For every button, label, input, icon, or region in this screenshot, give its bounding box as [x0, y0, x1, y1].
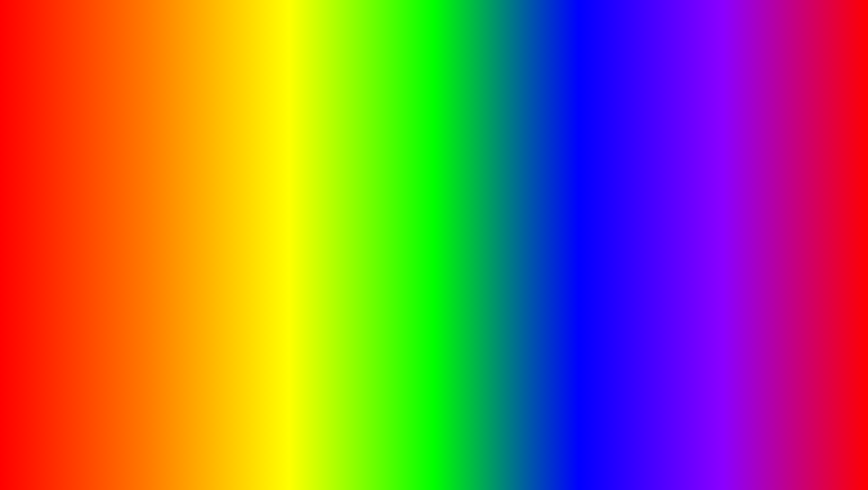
bring-mob-item: ✓ Bring Mob: [701, 219, 810, 227]
fast-attack-fluxus-right-label: Fast Attack [ Fluxus ]: [701, 177, 743, 182]
gui-left-logo: M: [54, 151, 62, 159]
gui-left-section-title: Main Page 1: [54, 165, 133, 170]
gui-item-auto-farm-prince: Auto Farm Prince: [54, 220, 133, 228]
gui-left-brand: MeMayBeo: [67, 152, 93, 158]
no-key-label: NO KEY !!: [550, 128, 711, 165]
gui-item-auto-farm-boss: Auto Farm Boss: [54, 209, 133, 216]
auto-awakening-label: Auto Awakening Race V4: [147, 221, 198, 226]
auto-prince-label: Auto Prince: [585, 176, 608, 181]
gui-left-nav-main[interactable]: Main: [100, 152, 111, 158]
title-letter-r: R: [455, 10, 501, 76]
auto-awakening-race-right-label: Auto Awakening Race V4: [701, 200, 752, 205]
auto-awakening-race-right-item: Auto Awakening Race V4: [701, 199, 810, 207]
gui-left-left-panel: Main Page 1 Auto Farm LV Auto Farm Boss …: [50, 161, 137, 290]
auto-farm-bone-item: Auto Farm Bone: [585, 219, 693, 227]
bottom-section: AUTO FARM SCRIPT PASTEBIN: [0, 432, 868, 481]
fast-attack-label: Fast Attack: [140, 193, 162, 198]
fast-attack-fluxus-label: Fast Attack [ Fluxus ]: [147, 201, 189, 206]
main-title: BLOX FRUITS: [0, 9, 868, 76]
auto-trade-bone-item: Auto Trade Bone: [585, 229, 693, 236]
title-letter-l: L: [265, 10, 304, 76]
pastebin-text: PASTEBIN: [550, 440, 696, 473]
title-letter-f: F: [416, 10, 455, 76]
bring-mob-label: Bring Mob: [707, 221, 728, 226]
bf-logo-fruits: FRUITS: [749, 447, 801, 463]
weapon-select-label: Weapon Select : Electric Claw: [140, 165, 238, 169]
gui-left-content: Main Page 1 Auto Farm LV Auto Farm Boss …: [50, 161, 242, 290]
auto-farm-boss-label: Auto Farm Boss: [54, 210, 86, 215]
blox-fruits-logo: BLOX FRUITS ☠: [741, 423, 810, 479]
auto-farm-prince-label: Auto Farm Prince: [54, 222, 89, 227]
gui-right-nav-misc[interactable]: Misc: [714, 152, 724, 158]
auto-farm-bone-divider-item: Auto Farm Bone: [585, 199, 693, 206]
auto-awakening-item: ✓ Auto Awakening Race V4: [140, 219, 238, 227]
title-letter-x: X: [353, 10, 396, 76]
select-weapons-label: Select Weapons: [140, 171, 238, 176]
auto-trade-bone-label: Auto Trade Bone: [585, 230, 618, 235]
super-fast-attack-label: SUPER FAST ATTACK: [139, 128, 460, 162]
auto-farm-lv-label: Auto Farm LV: [54, 176, 81, 181]
super-fast-text: SUPER FAST ATTACK: [139, 128, 460, 162]
fast-attack-right-label: Fast Attack: [701, 166, 723, 171]
bone-count-item: Bone : 14: [585, 210, 693, 218]
melee-select[interactable]: Melee: [140, 178, 238, 187]
no-key-text: NO KEY !!: [550, 128, 711, 165]
title-letter-o: O: [304, 10, 353, 76]
gui-left-window: M MeMayBeo Main Player Te... Misc Main P…: [49, 148, 243, 292]
prince-kill-mods-item: Prince Need Kill Mods : 500: [585, 165, 693, 172]
gui-left-nav-player[interactable]: Player: [118, 152, 132, 158]
gui-right-left-panel: Prince Need Kill Mods : 500 Auto Prince …: [581, 161, 697, 290]
auto-spawn-katakuri-item: Auto Spawn Katakuri: [701, 209, 810, 217]
auto-spawn-katakuri-label: Auto Spawn Katakuri: [701, 210, 743, 215]
fast-attack-fluxus-right-item: Fast Attack [ Fluxus ]: [701, 175, 810, 183]
gui-item-auto-farm-lv: Auto Farm LV: [54, 175, 133, 183]
title-letter-b: B: [219, 10, 265, 76]
prince-kill-mods-label: Prince Need Kill Mods : 500: [585, 166, 635, 171]
auto-prince-v2-item: Auto Prince [V2]: [585, 185, 693, 193]
title-letter-t: T: [567, 10, 606, 76]
title-letter-s: S: [606, 10, 649, 76]
fast-attack-right-item: Fast Attack: [701, 165, 810, 173]
title-letter-i: I: [547, 10, 567, 76]
fix-lag-remove-button-left[interactable]: Fix Lag Remove: [140, 209, 238, 218]
auto-prince-v2-label: Auto Prince [V2]: [585, 187, 617, 192]
title-letter-u: U: [501, 10, 547, 76]
script-text: SCRIPT: [434, 440, 541, 473]
auto-prince-item: Auto Prince: [585, 175, 693, 183]
auto-farm-bone-label: Auto Farm Bone: [585, 221, 617, 226]
bf-logo-blox: BLOX: [749, 428, 801, 447]
bring-mob-checkbox: ✓: [701, 220, 705, 226]
auto-farm-bone-divider-label: Auto Farm Bone: [585, 200, 617, 205]
gui-left-right-panel: Weapon Select : Electric Claw Select Wea…: [137, 161, 242, 290]
fast-attack-fluxus-item: ✓ Fast Attack [ Fluxus ]: [140, 199, 238, 208]
auto-awakening-checkbox: ✓: [140, 220, 144, 226]
fast-attack-fluxus-checkbox: ✓: [140, 200, 144, 206]
gui-right-content: Prince Need Kill Mods : 500 Auto Prince …: [581, 161, 813, 290]
gui-right-right-panel: Fast Attack Fast Attack [ Fluxus ] Fix L…: [697, 161, 813, 290]
bone-count-label: Bone : 14: [585, 212, 602, 216]
gui-right-window: M MeMayBeo Main Player Teleport Shop Mis…: [580, 148, 814, 292]
fix-lag-remove-button-right[interactable]: Fix Lag Remove: [701, 187, 810, 196]
auto-farm-text: AUTO FARM: [172, 432, 425, 481]
fast-attack-item: Fast Attack: [140, 192, 238, 199]
